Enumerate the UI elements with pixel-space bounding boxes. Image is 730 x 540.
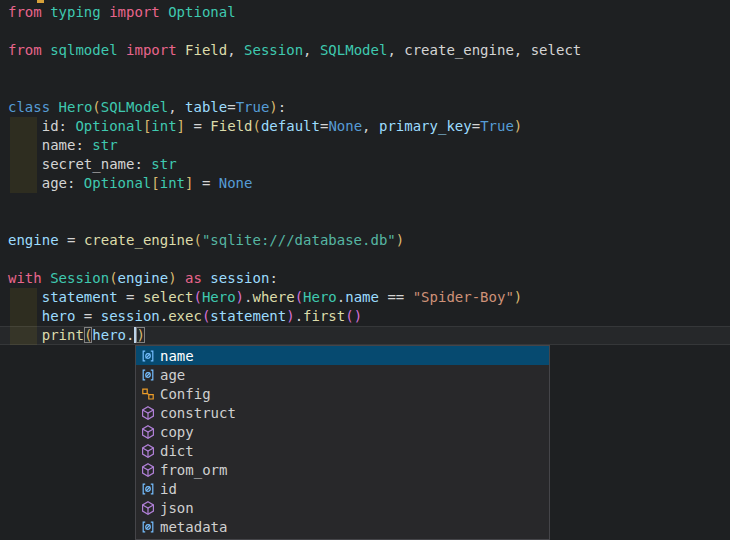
code-line-4[interactable] (8, 60, 581, 79)
code-token: name (345, 289, 379, 305)
code-token: ) (286, 308, 294, 324)
code-token (8, 308, 42, 324)
code-token: , (168, 99, 185, 115)
code-token: ) (514, 289, 522, 305)
suggestion-age[interactable]: age (136, 365, 549, 384)
code-line-7[interactable]: id: Optional[int] = Field(default=None, … (8, 117, 581, 136)
code-line-5[interactable] (8, 79, 581, 98)
code-line-2[interactable] (8, 22, 581, 41)
code-token: engine (8, 232, 59, 248)
code-line-15[interactable]: with Session(engine) as session: (8, 269, 581, 288)
code-token: str (92, 137, 117, 153)
code-token: : (278, 99, 286, 115)
code-token: Session (50, 270, 109, 286)
code-token: Hero (303, 289, 337, 305)
code-token (42, 270, 50, 286)
code-token: typing (50, 4, 101, 20)
code-token: primary_key (379, 118, 472, 134)
suggestion-Config[interactable]: Config (136, 384, 549, 403)
suggestion-from_orm[interactable]: from_orm (136, 460, 549, 479)
suggestion-construct[interactable]: construct (136, 403, 549, 422)
code-token: print (42, 327, 84, 343)
code-line-11[interactable] (8, 193, 581, 212)
code-token: . (126, 327, 134, 343)
code-token (160, 4, 168, 20)
code-token (8, 327, 42, 343)
symbol-method-icon (140, 462, 156, 478)
code-line-14[interactable] (8, 250, 581, 269)
code-line-18[interactable]: print(hero.) (8, 326, 581, 345)
code-line-10[interactable]: age: Optional[int] = None (8, 174, 581, 193)
code-token: , (227, 42, 244, 58)
code-token (8, 289, 42, 305)
code-token: = (185, 118, 210, 134)
symbol-method-icon (140, 405, 156, 421)
code-token: = (75, 308, 100, 324)
code-token: . (295, 308, 303, 324)
code-token: default (261, 118, 320, 134)
code-token: , (303, 42, 320, 58)
code-line-16[interactable]: statement = select(Hero).where(Hero.name… (8, 288, 581, 307)
code-token: session (101, 308, 160, 324)
code-line-9[interactable]: secret_name: str (8, 155, 581, 174)
suggestion-label: name (160, 348, 194, 364)
code-token: == (379, 289, 413, 305)
code-line-1[interactable]: from typing import Optional (8, 3, 581, 22)
suggestion-name[interactable]: name (136, 346, 549, 365)
code-token: None (219, 175, 253, 191)
code-token: = (193, 175, 218, 191)
suggestion-label: id (160, 481, 177, 497)
code-line-12[interactable] (8, 212, 581, 231)
symbol-method-icon (140, 443, 156, 459)
code-line-8[interactable]: name: str (8, 136, 581, 155)
code-token: True (480, 118, 514, 134)
code-line-3[interactable]: from sqlmodel import Field, Session, SQL… (8, 41, 581, 60)
suggestion-json[interactable]: json (136, 498, 549, 517)
code-token: () (345, 308, 362, 324)
code-token: ( (193, 232, 201, 248)
suggestion-metadata[interactable]: metadata (136, 517, 549, 536)
code-token: . (160, 308, 168, 324)
suggestion-id[interactable]: id (136, 479, 549, 498)
code-token: create_engine (404, 42, 514, 58)
suggestion-dict[interactable]: dict (136, 441, 549, 460)
code-token: [ (151, 175, 159, 191)
code-token: ) (168, 270, 176, 286)
code-token (42, 4, 50, 20)
autocomplete-dropdown[interactable]: nameageConfigconstructcopydictfrom_ormid… (135, 345, 550, 540)
suggestion-copy[interactable]: copy (136, 422, 549, 441)
code-token: hero (92, 327, 126, 343)
code-token: where (252, 289, 294, 305)
code-token: select (531, 42, 582, 58)
code-line-13[interactable]: engine = create_engine("sqlite:///databa… (8, 231, 581, 250)
code-token: = (59, 232, 84, 248)
code-token: = (118, 289, 143, 305)
code-token: SQLModel (320, 42, 387, 58)
code-area[interactable]: from typing import Optionalfrom sqlmodel… (8, 3, 581, 345)
code-token: Optional (75, 118, 142, 134)
code-token (42, 42, 50, 58)
code-token: from (8, 4, 42, 20)
code-token: Hero (59, 99, 93, 115)
code-token: as (185, 270, 202, 286)
code-token: None (328, 118, 362, 134)
code-token: ( (193, 289, 201, 305)
suggestion-label: json (160, 500, 194, 516)
code-token: first (303, 308, 345, 324)
code-token: session (210, 270, 269, 286)
code-token (118, 42, 126, 58)
code-token: age: (8, 175, 84, 191)
symbol-field-icon (140, 348, 156, 364)
suggestion-label: copy (160, 424, 194, 440)
code-line-17[interactable]: hero = session.exec(statement).first() (8, 307, 581, 326)
code-token: exec (168, 308, 202, 324)
code-token: from (8, 42, 42, 58)
code-token: ) (136, 327, 144, 343)
code-editor[interactable]: from typing import Optionalfrom sqlmodel… (0, 0, 730, 540)
code-token: table (185, 99, 227, 115)
code-token: str (151, 156, 176, 172)
code-token: True (236, 99, 270, 115)
code-token: import (109, 4, 160, 20)
code-line-6[interactable]: class Hero(SQLModel, table=True): (8, 98, 581, 117)
code-token: sqlmodel (50, 42, 117, 58)
